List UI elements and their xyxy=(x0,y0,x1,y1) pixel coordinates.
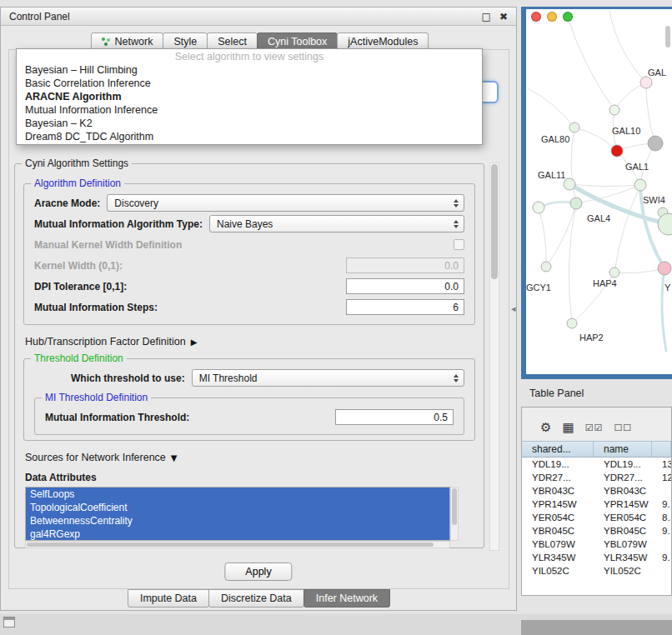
close-icon[interactable]: ✖ xyxy=(499,11,508,22)
network-view-window: GAL80GALGAL10GAL11GAL1SWI4GAL4GCY1HAP4YH… xyxy=(521,7,672,379)
table-row[interactable]: YBR045CYBR045C9. xyxy=(522,524,671,538)
table-row[interactable]: YIL052CYIL052C xyxy=(522,564,671,578)
mi-threshold-row: Mutual Information Threshold: 0.5 xyxy=(45,408,454,426)
table-header: shared...name xyxy=(522,441,671,458)
algorithm-option-mutual-information-inference[interactable]: Mutual Information Inference xyxy=(17,103,482,117)
attribute-item-topologicalcoefficient[interactable]: TopologicalCoefficient xyxy=(26,501,449,514)
network-node-gal11[interactable] xyxy=(564,178,575,190)
network-edge xyxy=(546,203,576,267)
settings-scrollbar[interactable] xyxy=(489,162,499,551)
attributes-vertical-scrollbar[interactable] xyxy=(450,487,459,541)
attribute-item-selfloops[interactable]: SelfLoops xyxy=(26,488,449,501)
network-canvas[interactable]: GAL80GALGAL10GAL11GAL1SWI4GAL4GCY1HAP4YH… xyxy=(526,9,672,374)
data-attributes-label: Data Attributes xyxy=(25,472,474,483)
table-cell: YBR045C xyxy=(522,524,594,538)
network-node-gal4[interactable] xyxy=(570,198,582,209)
table-row[interactable]: YBR043CYBR043C xyxy=(522,484,671,498)
network-node-label: HAP4 xyxy=(593,278,617,288)
table-cell: YIL052C xyxy=(522,564,594,578)
close-traffic-icon[interactable] xyxy=(531,12,541,22)
network-node[interactable] xyxy=(609,105,619,115)
network-graph: GAL80GALGAL10GAL11GAL1SWI4GAL4GCY1HAP4YH… xyxy=(526,9,672,374)
select-all-icon[interactable]: ☑☑ xyxy=(585,422,604,433)
tab-impute-data[interactable]: Impute Data xyxy=(128,589,209,608)
algorithm-option-basic-correlation-inference[interactable]: Basic Correlation Inference xyxy=(17,77,482,90)
network-edge xyxy=(614,185,640,272)
table-row[interactable]: YER054CYER054C8. xyxy=(522,511,671,524)
table-row[interactable]: YBL079WYBL079W xyxy=(522,538,671,551)
algorithm-option-bayesian-k2[interactable]: Bayesian – K2 xyxy=(17,117,482,130)
network-scrollbar[interactable] xyxy=(665,26,670,48)
attribute-item-betweennesscentrality[interactable]: BetweennessCentrality xyxy=(26,514,449,528)
table-cell: YIL052C xyxy=(594,564,652,578)
network-node-gal10[interactable] xyxy=(611,145,623,157)
data-attributes-list: SelfLoopsTopologicalCoefficientBetweenne… xyxy=(25,487,459,548)
attributes-horizontal-scrollbar[interactable] xyxy=(25,541,450,548)
table-cell: YDR27... xyxy=(594,471,652,484)
algorithm-option-dream8-dc-tdc-algorithm[interactable]: Dream8 DC_TDC Algorithm xyxy=(17,130,482,143)
tab-style[interactable]: Style xyxy=(163,32,208,50)
dpi-tolerance-label: DPI Tolerance [0,1]: xyxy=(34,281,127,292)
dock-panel-icon[interactable] xyxy=(3,617,15,628)
kernel-width-field[interactable]: 0.0 xyxy=(346,258,464,273)
mi-steps-field[interactable]: 6 xyxy=(346,299,464,315)
apply-button[interactable]: Apply xyxy=(224,562,292,581)
hub-section-toggle[interactable]: Hub/Transcription Factor Definition ▶ xyxy=(25,336,474,348)
mi-threshold-field[interactable]: 0.5 xyxy=(335,409,454,425)
network-node-hap2[interactable] xyxy=(567,318,577,328)
algorithm-menu-options: Bayesian – Hill ClimbingBasic Correlatio… xyxy=(17,63,482,143)
table-row[interactable]: YPR145WYPR145W9. xyxy=(522,498,671,511)
network-edge xyxy=(574,128,617,151)
tab-cyni-toolbox[interactable]: Cyni Toolbox xyxy=(257,32,338,50)
columns-icon[interactable]: ▦ xyxy=(562,420,574,435)
table-cell: YDR27... xyxy=(522,471,594,484)
column-header-shared[interactable]: shared... xyxy=(522,442,594,457)
network-node-label: GAL10 xyxy=(612,126,640,136)
collapse-down-icon: ▼ xyxy=(171,453,178,462)
clear-selection-icon[interactable]: ☐☐ xyxy=(614,422,632,433)
column-header-name[interactable]: name xyxy=(594,442,652,457)
hub-section-label: Hub/Transcription Factor Definition xyxy=(25,336,186,348)
float-icon[interactable]: □ xyxy=(482,11,491,22)
gear-icon[interactable]: ⚙ xyxy=(540,420,551,435)
tab-discretize-data[interactable]: Discretize Data xyxy=(208,589,304,608)
table-panel-status-area xyxy=(521,620,672,635)
aracne-mode-row: Aracne Mode: Discovery xyxy=(34,194,464,212)
algorithm-option-bayesian-hill-climbing[interactable]: Bayesian – Hill Climbing xyxy=(17,63,482,77)
table-row[interactable]: YDR27...YDR27...12 xyxy=(522,471,671,484)
table-cell: 12 xyxy=(652,471,671,484)
combo-value: Discovery xyxy=(114,198,158,209)
network-node[interactable] xyxy=(533,202,544,213)
table-row[interactable]: YDL19...YDL19...13 xyxy=(522,458,671,471)
table-row[interactable]: YLR345WYLR345W9. xyxy=(522,551,671,564)
sources-section-toggle[interactable]: Sources for Network Inference ▼ xyxy=(25,452,474,463)
tab-network[interactable]: Network xyxy=(91,32,164,50)
zoom-traffic-icon[interactable] xyxy=(563,12,573,22)
network-node-hap4[interactable] xyxy=(609,268,619,278)
network-node-gcy1[interactable] xyxy=(541,262,551,272)
group-title: Algorithm Definition xyxy=(31,178,124,189)
network-node-gal1[interactable] xyxy=(634,179,646,191)
minimize-traffic-icon[interactable] xyxy=(547,12,557,22)
tab-infer-network[interactable]: Infer Network xyxy=(303,589,390,608)
mi-algorithm-type-combo[interactable]: Naive Bayes xyxy=(209,215,464,232)
table-cell xyxy=(652,564,671,578)
network-node-gal[interactable] xyxy=(640,77,652,88)
column-header[interactable] xyxy=(652,442,671,457)
tab-jactivemodules[interactable]: jActiveModules xyxy=(337,32,429,50)
which-threshold-combo[interactable]: MI Threshold xyxy=(192,369,464,387)
aracne-mode-combo[interactable]: Discovery xyxy=(107,194,464,212)
manual-kernel-width-checkbox[interactable] xyxy=(454,239,464,250)
algorithm-menu: Select algorithm to view settings Bayesi… xyxy=(16,48,483,145)
network-node-gal80[interactable] xyxy=(569,122,579,132)
table-cell xyxy=(652,484,671,498)
dpi-tolerance-field[interactable]: 0.0 xyxy=(346,278,464,294)
network-node-label: Y xyxy=(664,282,671,292)
table-toolbar: ⚙ ▦ ☑☑ ☐☐ xyxy=(522,408,671,441)
tab-select[interactable]: Select xyxy=(207,32,258,50)
splitter-collapse-icon[interactable]: ◂ xyxy=(511,303,516,314)
attribute-item-gal4rgexp[interactable]: gal4RGexp xyxy=(26,528,449,541)
network-node[interactable] xyxy=(648,136,663,151)
network-node[interactable] xyxy=(658,262,671,275)
algorithm-option-aracne-algorithm[interactable]: ARACNE Algorithm xyxy=(17,90,482,103)
